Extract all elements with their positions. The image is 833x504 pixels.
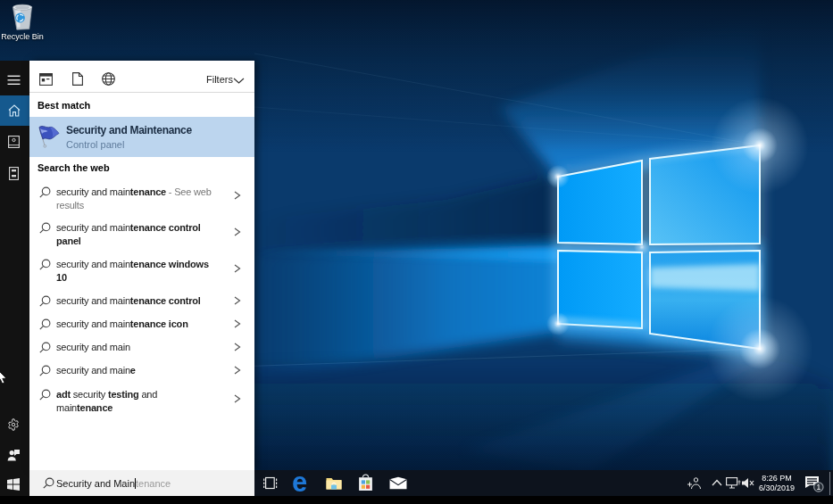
svg-text:1: 1 — [816, 483, 821, 492]
